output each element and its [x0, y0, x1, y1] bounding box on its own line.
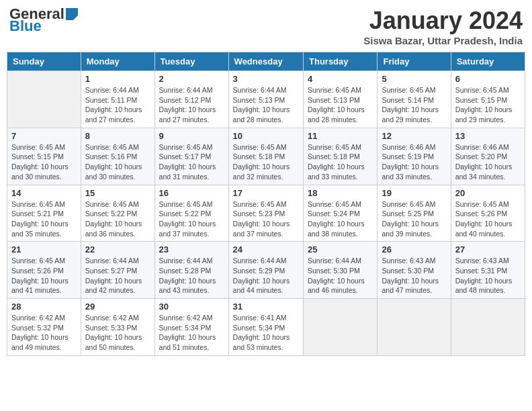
calendar-header-row: Sunday Monday Tuesday Wednesday Thursday… [7, 52, 525, 71]
table-row [378, 299, 451, 356]
day-number: 4 [308, 74, 373, 84]
day-info: Sunrise: 6:45 AMSunset: 5:17 PMDaylight:… [159, 142, 224, 182]
day-number: 9 [159, 131, 224, 141]
col-saturday: Saturday [451, 52, 525, 71]
day-number: 24 [233, 244, 299, 255]
day-info: Sunrise: 6:44 AMSunset: 5:13 PMDaylight:… [233, 85, 299, 125]
table-row: 2Sunrise: 6:44 AMSunset: 5:12 PMDaylight… [154, 71, 228, 128]
day-number: 26 [382, 244, 446, 255]
day-info: Sunrise: 6:45 AMSunset: 5:13 PMDaylight:… [308, 85, 373, 125]
day-number: 1 [85, 74, 150, 84]
day-number: 27 [455, 244, 521, 255]
day-info: Sunrise: 6:44 AMSunset: 5:28 PMDaylight:… [159, 256, 224, 295]
day-number: 6 [455, 74, 521, 84]
table-row: 14Sunrise: 6:45 AMSunset: 5:21 PMDayligh… [7, 185, 81, 242]
col-wednesday: Wednesday [228, 52, 303, 71]
day-number: 15 [85, 188, 150, 198]
day-info: Sunrise: 6:45 AMSunset: 5:16 PMDaylight:… [85, 142, 150, 182]
day-number: 14 [11, 188, 77, 198]
day-info: Sunrise: 6:45 AMSunset: 5:18 PMDaylight:… [308, 142, 373, 182]
day-number: 25 [308, 244, 373, 255]
col-sunday: Sunday [7, 52, 81, 71]
table-row: 1Sunrise: 6:44 AMSunset: 5:11 PMDaylight… [81, 71, 154, 128]
col-monday: Monday [81, 52, 154, 71]
day-info: Sunrise: 6:46 AMSunset: 5:19 PMDaylight:… [382, 142, 446, 182]
table-row: 25Sunrise: 6:44 AMSunset: 5:30 PMDayligh… [304, 242, 378, 299]
table-row: 3Sunrise: 6:44 AMSunset: 5:13 PMDaylight… [228, 71, 303, 128]
col-thursday: Thursday [304, 52, 378, 71]
day-info: Sunrise: 6:43 AMSunset: 5:30 PMDaylight:… [382, 256, 446, 295]
table-row: 11Sunrise: 6:45 AMSunset: 5:18 PMDayligh… [304, 128, 378, 185]
day-info: Sunrise: 6:43 AMSunset: 5:31 PMDaylight:… [455, 256, 521, 295]
day-number: 3 [233, 74, 299, 84]
day-number: 13 [455, 131, 521, 141]
day-number: 30 [159, 302, 224, 312]
col-friday: Friday [378, 52, 451, 71]
day-number: 28 [11, 302, 77, 312]
calendar-week-4: 21Sunrise: 6:45 AMSunset: 5:26 PMDayligh… [7, 242, 525, 299]
calendar-table: Sunday Monday Tuesday Wednesday Thursday… [7, 52, 525, 356]
table-row: 31Sunrise: 6:41 AMSunset: 5:34 PMDayligh… [228, 299, 303, 356]
table-row: 30Sunrise: 6:42 AMSunset: 5:34 PMDayligh… [154, 299, 228, 356]
day-info: Sunrise: 6:45 AMSunset: 5:26 PMDaylight:… [455, 199, 521, 239]
day-info: Sunrise: 6:44 AMSunset: 5:30 PMDaylight:… [308, 256, 373, 295]
table-row [7, 71, 81, 128]
day-info: Sunrise: 6:42 AMSunset: 5:33 PMDaylight:… [85, 313, 150, 353]
table-row: 19Sunrise: 6:45 AMSunset: 5:25 PMDayligh… [378, 185, 451, 242]
day-info: Sunrise: 6:41 AMSunset: 5:34 PMDaylight:… [233, 313, 299, 353]
table-row: 6Sunrise: 6:45 AMSunset: 5:15 PMDaylight… [451, 71, 525, 128]
logo-blue-text: Blue [9, 19, 78, 34]
day-info: Sunrise: 6:46 AMSunset: 5:20 PMDaylight:… [455, 142, 521, 182]
table-row: 28Sunrise: 6:42 AMSunset: 5:32 PMDayligh… [7, 299, 81, 356]
table-row [304, 299, 378, 356]
day-info: Sunrise: 6:44 AMSunset: 5:11 PMDaylight:… [85, 85, 150, 125]
table-row: 8Sunrise: 6:45 AMSunset: 5:16 PMDaylight… [81, 128, 154, 185]
table-row [451, 299, 525, 356]
table-row: 20Sunrise: 6:45 AMSunset: 5:26 PMDayligh… [451, 185, 525, 242]
calendar-location: Siswa Bazar, Uttar Pradesh, India [363, 35, 523, 46]
col-tuesday: Tuesday [154, 52, 228, 71]
table-row: 26Sunrise: 6:43 AMSunset: 5:30 PMDayligh… [378, 242, 451, 299]
table-row: 9Sunrise: 6:45 AMSunset: 5:17 PMDaylight… [154, 128, 228, 185]
page-header: General Blue January 2024 Siswa Bazar, U… [7, 7, 525, 46]
calendar-week-5: 28Sunrise: 6:42 AMSunset: 5:32 PMDayligh… [7, 299, 525, 356]
table-row: 4Sunrise: 6:45 AMSunset: 5:13 PMDaylight… [304, 71, 378, 128]
day-number: 29 [85, 302, 150, 312]
table-row: 12Sunrise: 6:46 AMSunset: 5:19 PMDayligh… [378, 128, 451, 185]
day-number: 10 [233, 131, 299, 141]
day-number: 20 [455, 188, 521, 198]
calendar-title-block: January 2024 Siswa Bazar, Uttar Pradesh,… [363, 7, 523, 46]
day-number: 23 [159, 244, 224, 255]
day-info: Sunrise: 6:44 AMSunset: 5:29 PMDaylight:… [233, 256, 299, 295]
table-row: 10Sunrise: 6:45 AMSunset: 5:18 PMDayligh… [228, 128, 303, 185]
day-number: 19 [382, 188, 446, 198]
calendar-month-year: January 2024 [363, 7, 523, 35]
day-number: 11 [308, 131, 373, 141]
day-info: Sunrise: 6:45 AMSunset: 5:24 PMDaylight:… [308, 199, 373, 239]
day-info: Sunrise: 6:45 AMSunset: 5:26 PMDaylight:… [11, 256, 77, 295]
table-row: 23Sunrise: 6:44 AMSunset: 5:28 PMDayligh… [154, 242, 228, 299]
day-info: Sunrise: 6:45 AMSunset: 5:18 PMDaylight:… [233, 142, 299, 182]
day-info: Sunrise: 6:42 AMSunset: 5:34 PMDaylight:… [159, 313, 224, 353]
table-row: 27Sunrise: 6:43 AMSunset: 5:31 PMDayligh… [451, 242, 525, 299]
calendar-week-1: 1Sunrise: 6:44 AMSunset: 5:11 PMDaylight… [7, 71, 525, 128]
day-info: Sunrise: 6:45 AMSunset: 5:23 PMDaylight:… [233, 199, 299, 239]
table-row: 24Sunrise: 6:44 AMSunset: 5:29 PMDayligh… [228, 242, 303, 299]
day-info: Sunrise: 6:45 AMSunset: 5:25 PMDaylight:… [382, 199, 446, 239]
day-info: Sunrise: 6:45 AMSunset: 5:14 PMDaylight:… [382, 85, 446, 125]
day-number: 2 [159, 74, 224, 84]
calendar-week-2: 7Sunrise: 6:45 AMSunset: 5:15 PMDaylight… [7, 128, 525, 185]
table-row: 7Sunrise: 6:45 AMSunset: 5:15 PMDaylight… [7, 128, 81, 185]
table-row: 22Sunrise: 6:44 AMSunset: 5:27 PMDayligh… [81, 242, 154, 299]
day-info: Sunrise: 6:45 AMSunset: 5:22 PMDaylight:… [85, 199, 150, 239]
day-number: 18 [308, 188, 373, 198]
day-info: Sunrise: 6:45 AMSunset: 5:21 PMDaylight:… [11, 199, 77, 239]
day-info: Sunrise: 6:45 AMSunset: 5:15 PMDaylight:… [455, 85, 521, 125]
table-row: 13Sunrise: 6:46 AMSunset: 5:20 PMDayligh… [451, 128, 525, 185]
calendar-week-3: 14Sunrise: 6:45 AMSunset: 5:21 PMDayligh… [7, 185, 525, 242]
table-row: 15Sunrise: 6:45 AMSunset: 5:22 PMDayligh… [81, 185, 154, 242]
day-info: Sunrise: 6:42 AMSunset: 5:32 PMDaylight:… [11, 313, 77, 353]
table-row: 17Sunrise: 6:45 AMSunset: 5:23 PMDayligh… [228, 185, 303, 242]
day-info: Sunrise: 6:44 AMSunset: 5:12 PMDaylight:… [159, 85, 224, 125]
day-info: Sunrise: 6:45 AMSunset: 5:22 PMDaylight:… [159, 199, 224, 239]
